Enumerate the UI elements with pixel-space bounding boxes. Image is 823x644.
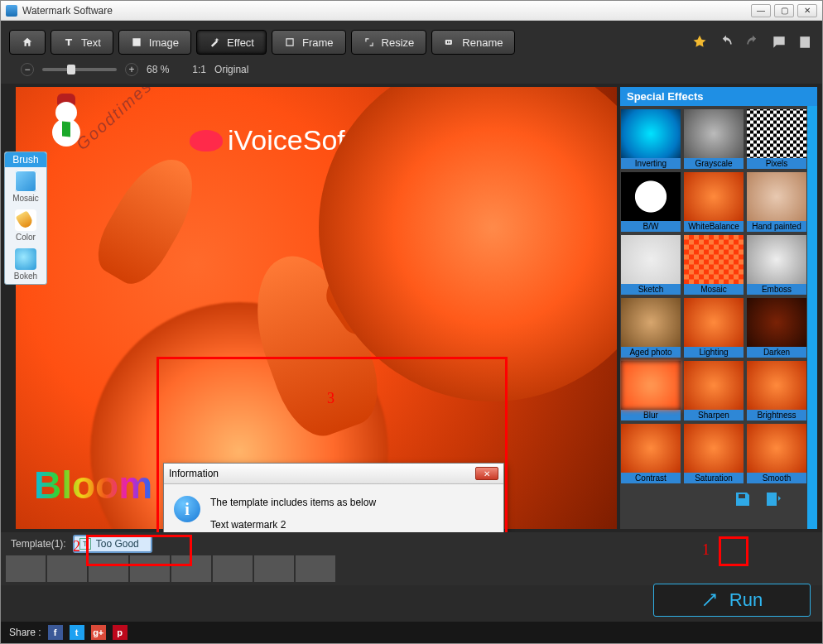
image-icon [131, 36, 142, 48]
undo-icon[interactable] [718, 34, 734, 50]
effect-button[interactable]: Effect [196, 30, 267, 55]
settings-icon[interactable] [797, 34, 814, 50]
effect-emboss[interactable]: Emboss [747, 235, 806, 295]
effect-label: WhiteBalance [684, 221, 744, 232]
text-button[interactable]: Text [51, 30, 113, 55]
share-googleplus-icon[interactable]: g+ [91, 625, 106, 640]
window-title: Watermark Software [22, 5, 113, 17]
upgrade-icon[interactable] [691, 34, 708, 50]
zoom-slider[interactable] [42, 68, 117, 71]
load-template-button[interactable] [763, 489, 782, 509]
dialog-body-text: The template includes items as below Tex… [210, 496, 376, 532]
share-pinterest-icon[interactable]: p [113, 625, 128, 640]
effect-agedphoto[interactable]: Aged photo [621, 298, 681, 358]
effects-title: Special Effects [620, 87, 817, 106]
effects-grid: InvertingGrayscalePixelsB/WWhiteBalanceH… [620, 106, 807, 529]
effect-thumb [747, 298, 806, 347]
thumbnail[interactable] [89, 555, 128, 582]
effect-label: Lighting [684, 347, 744, 358]
resize-button[interactable]: Resize [351, 30, 427, 55]
resize-label: Resize [382, 36, 415, 49]
brush-color[interactable]: Color [5, 206, 46, 245]
effect-bw[interactable]: B/W [621, 172, 681, 232]
rename-label: Rename [462, 36, 503, 49]
effect-label: Hand painted [747, 221, 806, 232]
close-button[interactable]: ✕ [797, 4, 817, 17]
brush-mosaic[interactable]: Mosaic [5, 167, 46, 206]
main-toolbar: Text Image Effect Frame Resize Rename [9, 26, 814, 59]
effect-label: Saturation [684, 473, 744, 483]
watermark-bloom: Bloom [34, 463, 152, 507]
thumbnail[interactable] [171, 555, 211, 582]
watermark-ivoicesoft: iVoiceSoft .com [190, 124, 353, 156]
effect-thumb [684, 172, 744, 221]
text-icon [63, 36, 75, 48]
home-button[interactable] [9, 30, 46, 55]
main-area: Brush Mosaic Color Bokeh [1, 84, 822, 532]
brush-title: Brush [5, 152, 46, 167]
effect-brightness[interactable]: Brightness [747, 361, 806, 421]
lips-icon [190, 130, 223, 151]
effect-lighting[interactable]: Lighting [684, 298, 744, 358]
minimize-button[interactable]: — [751, 4, 771, 17]
effect-label: Pixels [747, 158, 806, 169]
thumbnail[interactable] [254, 555, 294, 582]
thumbnail[interactable] [296, 555, 335, 582]
effect-saturation[interactable]: Saturation [684, 424, 744, 483]
effect-label: Sketch [621, 284, 681, 295]
effect-label: Aged photo [621, 347, 681, 358]
zoom-original[interactable]: Original [214, 64, 248, 75]
zoom-percent: 68 % [147, 64, 169, 75]
thumbnail[interactable] [6, 555, 46, 582]
effect-thumb [621, 109, 681, 158]
share-twitter-icon[interactable]: t [70, 625, 84, 640]
brush-bokeh[interactable]: Bokeh [5, 245, 46, 284]
template-chip-name: Too Good [96, 538, 139, 550]
effect-pixels[interactable]: Pixels [747, 109, 806, 169]
effect-thumb [747, 172, 806, 221]
template-chip[interactable]: T Too Good [73, 535, 152, 553]
effect-blur[interactable]: Blur [621, 361, 681, 421]
effects-scrollbar[interactable] [807, 106, 817, 529]
redo-icon[interactable] [744, 34, 761, 50]
effect-inverting[interactable]: Inverting [621, 109, 681, 169]
effect-label: Grayscale [684, 158, 744, 169]
app-icon [6, 5, 17, 17]
effect-label: B/W [621, 221, 681, 232]
effect-darken[interactable]: Darken [747, 298, 806, 358]
effect-contrast[interactable]: Contrast [621, 424, 681, 483]
toolbar-area: Text Image Effect Frame Resize Rename [1, 21, 822, 84]
effect-grayscale[interactable]: Grayscale [684, 109, 744, 169]
thumbnail[interactable] [47, 555, 87, 582]
effect-smooth[interactable]: Smooth [747, 424, 806, 483]
zoom-out-button[interactable]: − [21, 63, 34, 76]
effect-handpainted[interactable]: Hand painted [747, 172, 806, 232]
thumbnail[interactable] [213, 555, 253, 582]
frame-button[interactable]: Frame [272, 30, 346, 55]
brush-bokeh-label: Bokeh [14, 272, 37, 281]
thumbnail[interactable] [130, 555, 170, 582]
save-template-button[interactable] [733, 489, 753, 509]
brush-color-label: Color [16, 233, 36, 242]
effect-mosaic[interactable]: Mosaic [684, 235, 744, 295]
share-facebook-icon[interactable]: f [48, 625, 63, 640]
effect-thumb [684, 109, 744, 158]
run-button[interactable]: Run [653, 584, 811, 617]
dialog-titlebar: Information ✕ [164, 464, 503, 484]
save-icons [733, 489, 782, 509]
rename-button[interactable]: Rename [431, 30, 515, 55]
run-icon [701, 592, 718, 608]
zoom-bar: − + 68 % 1:1 Original [9, 59, 814, 84]
image-label: Image [149, 36, 179, 49]
maximize-button[interactable]: ▢ [774, 4, 794, 17]
effect-whitebalance[interactable]: WhiteBalance [684, 172, 744, 232]
zoom-in-button[interactable]: + [125, 63, 138, 76]
dialog-close-button[interactable]: ✕ [475, 467, 498, 480]
feedback-icon[interactable] [771, 34, 787, 50]
image-button[interactable]: Image [118, 30, 191, 55]
effect-sharpen[interactable]: Sharpen [684, 361, 744, 421]
effect-sketch[interactable]: Sketch [621, 235, 681, 295]
zoom-ratio[interactable]: 1:1 [192, 64, 206, 75]
effect-icon [209, 36, 220, 48]
info-dialog: Information ✕ i The template includes it… [163, 463, 504, 532]
